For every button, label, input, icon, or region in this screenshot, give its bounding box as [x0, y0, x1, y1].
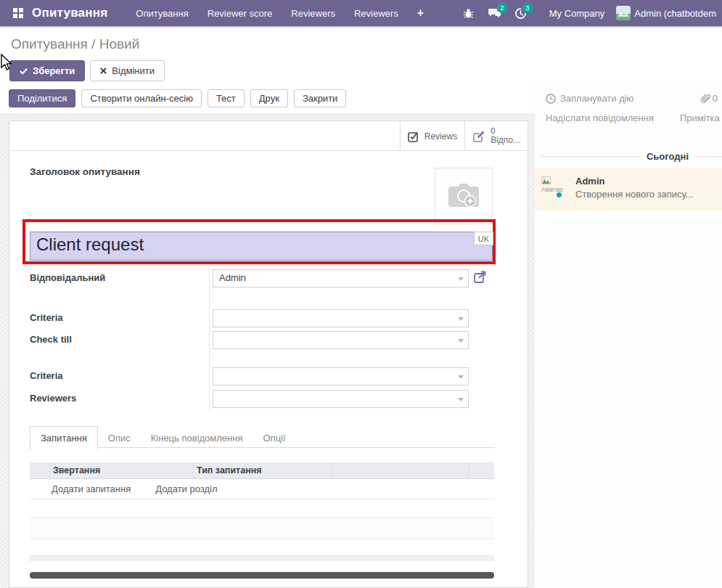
column-header-actions [469, 462, 494, 478]
print-button[interactable]: Друк [250, 89, 288, 107]
column-header-type: Тип запитання [194, 462, 333, 478]
column-header-title: Звертання [50, 462, 194, 478]
attachments-button[interactable]: 0 [701, 93, 718, 104]
form-sheet: Reviews 0 Відпо... Заголовок опитування [9, 121, 528, 588]
caret-down-icon [458, 375, 464, 379]
answers-label: Відпо... [491, 136, 520, 146]
user-avatar [616, 6, 631, 20]
breadcrumb-separator: / [91, 36, 99, 52]
check-till-field[interactable] [213, 331, 469, 349]
schedule-activity-button[interactable]: Запланувати дію [546, 93, 633, 104]
mouse-cursor [1, 54, 13, 71]
messages-icon[interactable]: 2 [488, 8, 501, 19]
discard-button[interactable]: Відмінити [90, 60, 165, 81]
criteria1-field[interactable] [213, 309, 469, 327]
test-button[interactable]: Тест [208, 89, 245, 107]
close-button[interactable]: Закрити [294, 89, 346, 107]
criteria2-field[interactable] [213, 367, 469, 385]
menu-reviewer-score[interactable]: Reviewer score [208, 8, 273, 19]
external-link-icon[interactable] [474, 271, 486, 283]
send-message-tab[interactable]: Надіслати повідомлення [546, 113, 654, 123]
notebook-tabs: Запитання Опис Кінець повідомлення Опції [30, 426, 296, 450]
form-scrollbar-track[interactable] [528, 113, 535, 588]
breadcrumb: Опитування / Новий [11, 36, 139, 52]
form-column-divider [209, 268, 210, 410]
answers-smart-button[interactable]: 0 Відпо... [464, 121, 528, 151]
chatter-message: Аватар Admin Створення нового запису... [535, 168, 722, 211]
date-divider: Сьогодні [541, 151, 722, 162]
menu-reviewers-1[interactable]: Reviewers [291, 8, 335, 19]
camera-icon [448, 183, 480, 209]
broken-image-icon [541, 176, 551, 184]
tab-description[interactable]: Опис [98, 427, 141, 450]
x-icon [100, 68, 107, 74]
message-avatar: Аватар [541, 176, 566, 200]
pencil-square-icon [472, 130, 485, 143]
empty-row-stripe [30, 555, 494, 561]
paperclip-icon [701, 94, 710, 104]
apps-menu-icon[interactable] [10, 5, 26, 21]
reviewers-field[interactable] [213, 390, 469, 408]
user-menu[interactable]: Admin (chatbotdem [634, 8, 716, 19]
breadcrumb-parent[interactable]: Опитування [11, 36, 88, 52]
menu-plus[interactable]: + [417, 7, 424, 20]
column-header-empty [333, 462, 469, 478]
clock-icon [546, 94, 556, 104]
checkbox-icon [408, 131, 419, 142]
form-toolbar: Зберегти Відмінити [9, 60, 165, 81]
online-status-dot [556, 192, 562, 198]
caret-down-icon [458, 317, 464, 321]
chatter-panel: Запланувати дію 0 Надіслати повідомлення… [535, 87, 722, 588]
reviews-smart-button-label: Reviews [424, 131, 457, 142]
responsible-field[interactable]: Admin [213, 269, 469, 287]
date-divider-label: Сьогодні [647, 151, 689, 162]
company-switcher[interactable]: My Company [549, 8, 605, 19]
survey-title-label: Заголовок опитування [30, 166, 140, 177]
statusbar-actions: Поділитися Створити онлайн-сесію Тест Др… [9, 89, 346, 107]
image-upload-placeholder[interactable] [435, 168, 493, 224]
responsible-value: Admin [219, 272, 246, 283]
questions-table-header: Звертання Тип запитання [30, 462, 494, 479]
add-section-link[interactable]: Додати розділ [155, 483, 217, 494]
left-gutter [0, 113, 9, 588]
responsible-label: Відповідальний [30, 272, 105, 283]
add-question-link[interactable]: Додати запитання [52, 483, 131, 494]
current-app-name[interactable]: Опитування [32, 6, 107, 20]
discard-button-label: Відмінити [112, 65, 155, 76]
create-session-button[interactable]: Створити онлайн-сесію [81, 89, 202, 107]
share-button[interactable]: Поділитися [9, 89, 75, 107]
criteria1-label: Criteria [30, 312, 63, 323]
menu-reviewers-2[interactable]: Reviewers [354, 8, 398, 19]
criteria2-label: Criteria [30, 370, 63, 381]
save-button[interactable]: Зберегти [9, 60, 85, 81]
tab-end-message[interactable]: Кінець повідомлення [141, 427, 253, 450]
top-navbar: Опитування Опитування Reviewer score Rev… [0, 0, 722, 26]
attachments-count: 0 [713, 93, 718, 104]
caret-down-icon [458, 277, 464, 281]
schedule-activity-label: Запланувати дію [560, 93, 633, 104]
message-author[interactable]: Admin [575, 176, 604, 187]
list-add-row: Додати запитання Додати розділ [30, 479, 494, 499]
check-till-label: Check till [30, 334, 72, 345]
activities-badge: 3 [522, 3, 533, 13]
activities-clock-icon[interactable]: 3 [515, 8, 526, 19]
menu-surveys[interactable]: Опитування [136, 8, 188, 19]
handle-column-header [30, 462, 50, 478]
reviews-smart-button[interactable]: Reviews [400, 121, 464, 151]
translation-lang-badge[interactable]: UK [474, 232, 493, 245]
debug-bug-icon[interactable] [463, 8, 474, 19]
tab-options[interactable]: Опції [253, 427, 295, 450]
check-icon [20, 68, 28, 75]
reviewers-label: Reviewers [30, 393, 76, 404]
breadcrumb-current: Новий [99, 36, 140, 52]
caret-down-icon [458, 398, 464, 401]
caret-down-icon [458, 339, 464, 343]
odoo-survey-form-page: Опитування Опитування Reviewer score Rev… [0, 0, 722, 588]
survey-title-input[interactable] [30, 232, 493, 261]
horizontal-scrollbar-thumb[interactable] [30, 572, 494, 579]
tab-questions[interactable]: Запитання [30, 426, 98, 451]
log-note-tab[interactable]: Примітка [680, 113, 720, 123]
chatter-tabs: Надіслати повідомлення Примітка [546, 113, 720, 123]
empty-row-band [30, 518, 494, 539]
save-button-label: Зберегти [33, 65, 75, 76]
